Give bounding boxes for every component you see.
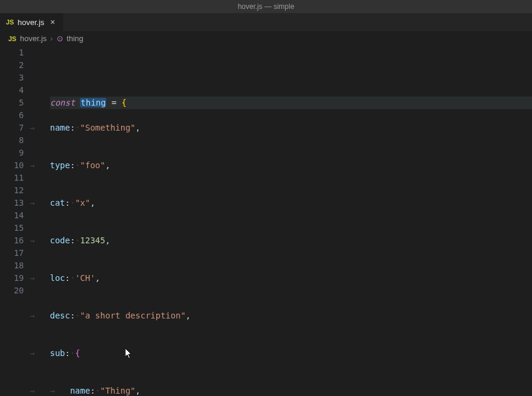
line-number: 16 [0,234,24,247]
breadcrumb-symbol[interactable]: thing [67,34,83,43]
code-content[interactable]: const thing = { → name:·"Something", → t… [30,47,532,396]
tab-hover-js[interactable]: JS hover.js × [0,13,64,31]
tabs-bar: JS hover.js × [0,13,532,31]
close-icon[interactable]: × [48,17,57,27]
line-number: 4 [0,84,24,97]
breadcrumb-file[interactable]: hover.js [20,34,47,43]
code-line: → type:·"foo", [30,159,532,172]
line-number: 18 [0,259,24,272]
line-number: 11 [0,172,24,184]
code-line: → name:·"Something", [30,122,532,134]
line-number: 8 [0,134,24,147]
line-number: 3 [0,72,24,84]
line-number: 12 [0,184,24,197]
line-number: 13 [0,197,24,209]
code-line [30,72,532,84]
code-line: → → name:·"Thing", [30,385,532,396]
code-line: const thing = { [50,97,532,109]
symbol-variable-icon: ⊙ [57,34,63,43]
chevron-right-icon: › [50,34,52,43]
js-file-icon: JS [6,18,14,26]
code-line: → loc:·'CH', [30,272,532,284]
code-line: → code:·12345, [30,234,532,247]
line-number: 10 [0,159,24,172]
line-number: 5 [0,97,24,109]
line-number: 9 [0,147,24,159]
js-file-icon: JS [8,35,16,42]
line-number: 1 [0,47,24,59]
line-number: 20 [0,284,24,297]
tab-filename: hover.js [17,18,44,27]
code-line: → sub:·{ [30,347,532,360]
breadcrumb[interactable]: JS hover.js › ⊙ thing [0,31,532,47]
line-number: 19 [0,272,24,284]
line-number: 7 [0,122,24,134]
line-number-gutter: 1 2 3 4 5 6 7 8 9 10 11 12 13 14 15 16 1… [0,47,30,396]
window-title: hover.js — simple [238,2,295,11]
line-number: 14 [0,209,24,222]
code-editor[interactable]: 1 2 3 4 5 6 7 8 9 10 11 12 13 14 15 16 1… [0,47,532,396]
code-line: → cat:·"x", [30,197,532,209]
line-number: 15 [0,222,24,234]
line-number: 17 [0,247,24,259]
line-number: 2 [0,59,24,72]
line-number: 6 [0,109,24,122]
window-title-bar: hover.js — simple [0,0,532,13]
code-line: → desc:·"a short description", [30,310,532,322]
